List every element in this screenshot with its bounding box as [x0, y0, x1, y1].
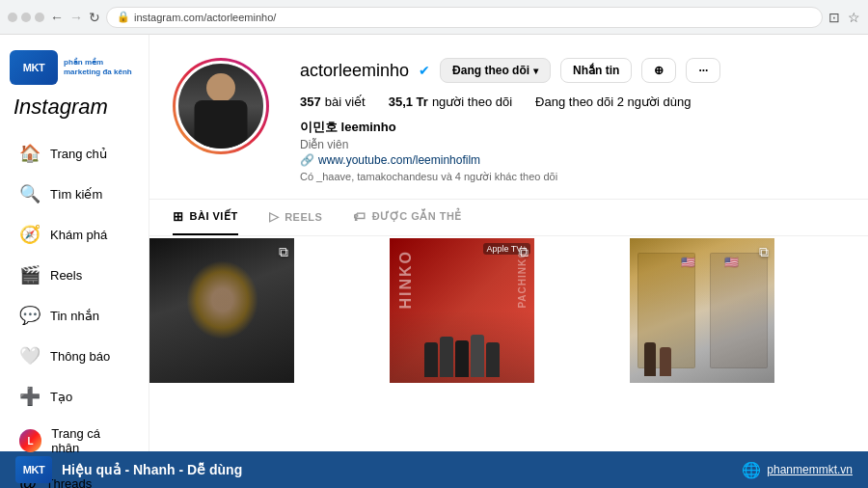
browser-dot-1: [8, 13, 17, 22]
grid-image-1: [149, 238, 294, 383]
followers-stat: 35,1 Tr người theo dõi: [389, 95, 512, 109]
follow-button-label: Đang theo dõi: [452, 64, 529, 77]
mkt-logo-text: MKT: [23, 62, 44, 73]
profile-stats: 357 bài viết 35,1 Tr người theo dõi Đang…: [300, 95, 845, 109]
profile-info: actorleeminho ✔ Đang theo dõi ▾ Nhắn tin…: [300, 58, 845, 183]
notifications-icon: 🤍: [19, 345, 41, 366]
banner-left: MKT Hiệu quả - Nhanh - Dễ dùng: [15, 456, 242, 483]
grid-image-2: HINKO PACHINKO Apple TV+: [390, 238, 534, 383]
sidebar-item-search[interactable]: 🔍 Tìm kiếm: [6, 175, 143, 213]
profile-link[interactable]: www.youtube.com/leeminhofilm: [318, 153, 480, 167]
follow-button[interactable]: Đang theo dõi ▾: [440, 58, 551, 83]
sidebar-item-create[interactable]: ➕ Tạo: [6, 377, 143, 416]
sidebar-label-explore: Khám phá: [50, 228, 107, 242]
message-button-label: Nhắn tin: [573, 64, 619, 77]
sidebar-label-profile: Trang cá nhân: [51, 426, 129, 455]
sidebar-item-explore[interactable]: 🧭 Khám phá: [6, 215, 143, 254]
address-bar[interactable]: 🔒 instagram.com/actorleeminho/: [106, 7, 823, 28]
photo-grid: ⧉ HINKO PACHINKO: [149, 236, 868, 385]
bottom-banner: MKT Hiệu quả - Nhanh - Dễ dùng 🌐 phanmem…: [0, 451, 868, 488]
posts-label: bài viết: [325, 95, 366, 109]
reels-tab-label: REELS: [285, 211, 322, 223]
more-button[interactable]: ···: [686, 58, 720, 83]
avatar-image: [178, 64, 263, 149]
tagged-tab-label: ĐƯỢC GẮN THẺ: [372, 210, 462, 223]
home-icon: 🏠: [19, 143, 41, 164]
reels-icon: 🎬: [19, 264, 41, 285]
sidebar-label-messages: Tin nhắn: [50, 309, 99, 323]
profile-link-row: 🔗 www.youtube.com/leeminhofilm: [300, 153, 845, 167]
more-icon: ···: [698, 64, 708, 77]
verified-badge: ✔: [419, 63, 430, 78]
mkt-logo-icon: MKT: [10, 50, 58, 85]
posts-tab-label: BÀI VIẾT: [190, 210, 238, 223]
bookmark-icon[interactable]: ⊡: [828, 10, 840, 25]
profile-name: 이민호 leeminho: [300, 119, 845, 136]
banner-right: 🌐 phanmemmkt.vn: [742, 461, 853, 479]
sidebar-label-notifications: Thông báo: [50, 349, 110, 364]
browser-dot-2: [21, 13, 31, 22]
sidebar-label-reels: Reels: [50, 268, 82, 283]
forward-button[interactable]: →: [69, 10, 83, 25]
sidebar-item-notifications[interactable]: 🤍 Thông báo: [6, 337, 143, 375]
profile-avatar-wrap: [173, 58, 269, 154]
grid-overlay-icon-3: ⧉: [759, 244, 769, 260]
tab-reels[interactable]: ▷ REELS: [269, 200, 323, 235]
followers-count: 35,1 Tr: [389, 95, 428, 109]
mkt-banner-logo: MKT: [15, 456, 52, 483]
add-friend-icon: ⊕: [654, 64, 664, 77]
messages-icon: 💬: [19, 305, 41, 326]
main-layout: MKT phần mềmmarketing đa kênh Instagram …: [0, 35, 868, 451]
mkt-banner-logo-text: MKT: [23, 464, 44, 475]
search-icon: 🔍: [19, 183, 41, 204]
tagged-tab-icon: 🏷: [353, 209, 366, 224]
globe-icon: 🌐: [742, 461, 761, 479]
profile-bio: Diễn viên: [300, 138, 845, 151]
profile-username: actorleeminho: [300, 61, 409, 81]
star-icon[interactable]: ☆: [848, 10, 860, 25]
profile-avatar-inner: [176, 61, 266, 151]
explore-icon: 🧭: [19, 224, 41, 245]
sidebar-item-home[interactable]: 🏠 Trang chủ: [6, 134, 143, 173]
grid-item-1[interactable]: ⧉: [149, 238, 294, 383]
profile-top-row: actorleeminho ✔ Đang theo dõi ▾ Nhắn tin…: [300, 58, 845, 83]
following-stat: Đang theo dõi 2 người dùng: [535, 95, 691, 109]
mkt-tagline: phần mềmmarketing đa kênh: [64, 58, 132, 76]
create-icon: ➕: [19, 386, 41, 407]
posts-count: 357: [300, 95, 321, 109]
content-area: actorleeminho ✔ Đang theo dõi ▾ Nhắn tin…: [149, 35, 868, 451]
profile-tabs: ⊞ BÀI VIẾT ▷ REELS 🏷 ĐƯỢC GẮN THẺ: [149, 200, 868, 236]
posts-stat: 357 bài viết: [300, 95, 366, 109]
banner-slogan: Hiệu quả - Nhanh - Dễ dùng: [62, 462, 242, 477]
grid-overlay-icon-2: ⧉: [519, 244, 529, 260]
profile-avatar-ring: [173, 58, 269, 154]
sidebar-label-create: Tạo: [50, 390, 72, 404]
reels-tab-icon: ▷: [269, 209, 280, 224]
grid-overlay-icon-1: ⧉: [279, 244, 288, 260]
tab-tagged[interactable]: 🏷 ĐƯỢC GẮN THẺ: [353, 200, 462, 235]
refresh-button[interactable]: ↻: [89, 10, 100, 25]
grid-item-2[interactable]: HINKO PACHINKO Apple TV+ ⧉: [390, 238, 534, 383]
tab-posts[interactable]: ⊞ BÀI VIẾT: [173, 200, 238, 235]
grid-image-3: 🇺🇸 🇺🇸: [630, 238, 774, 383]
sidebar-item-reels[interactable]: 🎬 Reels: [6, 256, 143, 294]
instagram-logo: Instagram: [0, 89, 149, 133]
link-icon: 🔗: [300, 153, 314, 167]
url-text: instagram.com/actorleeminho/: [134, 12, 276, 23]
mkt-logo-top: MKT phần mềmmarketing đa kênh: [0, 46, 149, 89]
sidebar-label-search: Tìm kiếm: [50, 187, 102, 202]
message-button[interactable]: Nhắn tin: [560, 58, 632, 83]
sidebar: MKT phần mềmmarketing đa kênh Instagram …: [0, 35, 149, 451]
sidebar-label-home: Trang chủ: [50, 147, 107, 161]
add-friend-button[interactable]: ⊕: [641, 58, 676, 83]
avatar: L: [19, 429, 41, 452]
chevron-down-icon: ▾: [533, 66, 538, 76]
sidebar-item-messages[interactable]: 💬 Tin nhắn: [6, 296, 143, 335]
back-button[interactable]: ←: [50, 10, 64, 25]
grid-item-3[interactable]: 🇺🇸 🇺🇸 ⧉: [630, 238, 774, 383]
banner-website[interactable]: phanmemmkt.vn: [767, 463, 853, 476]
browser-dot-3: [35, 13, 44, 22]
browser-actions: ⊡ ☆: [828, 10, 860, 25]
profile-mutual: Có _haave, tamakochandesu và 4 người khá…: [300, 171, 845, 183]
profile-header: actorleeminho ✔ Đang theo dõi ▾ Nhắn tin…: [149, 35, 868, 200]
